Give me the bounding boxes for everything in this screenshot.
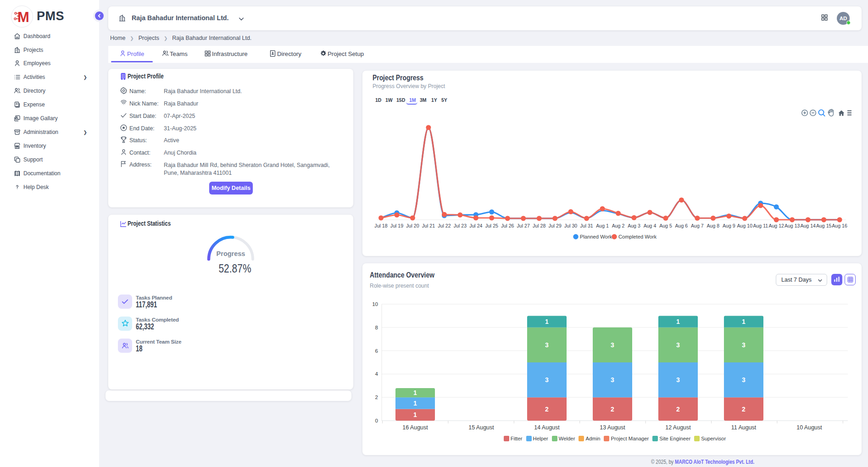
svg-text:Aug 11: Aug 11 [753,223,768,228]
svg-text:Jul 22: Jul 22 [438,223,451,228]
svg-text:Aug 6: Aug 6 [675,223,688,228]
svg-text:Jul 27: Jul 27 [517,223,530,228]
svg-text:Aug 9: Aug 9 [723,223,735,228]
svg-text:2: 2 [375,395,378,400]
svg-text:1: 1 [545,318,549,325]
svg-text:Aug 1: Aug 1 [596,223,609,228]
svg-text:Jul 20: Jul 20 [406,223,419,228]
svg-text:Aug 16: Aug 16 [832,223,847,228]
svg-text:Aug 7: Aug 7 [691,223,704,228]
svg-text:3: 3 [676,341,680,349]
svg-text:3: 3 [742,341,746,349]
svg-text:M: M [17,9,29,25]
svg-text:Aug 10: Aug 10 [737,223,753,228]
svg-text:Jul 31: Jul 31 [580,223,593,228]
svg-text:10 August: 10 August [796,424,822,431]
svg-text:1: 1 [676,318,680,325]
svg-text:Aug 13: Aug 13 [785,223,800,228]
svg-text:Aug 3: Aug 3 [628,223,640,228]
svg-text:2: 2 [742,406,746,413]
svg-text:6: 6 [375,348,378,354]
svg-text:Jul 19: Jul 19 [390,223,403,228]
svg-text:Aug 14: Aug 14 [800,223,816,228]
svg-text:2: 2 [545,406,549,413]
svg-text:3: 3 [545,376,549,384]
svg-text:0: 0 [375,418,378,423]
svg-text:1: 1 [742,318,746,325]
svg-text:Aug 12: Aug 12 [768,223,784,228]
svg-text:Jul 21: Jul 21 [422,223,435,228]
svg-text:2: 2 [676,406,680,413]
svg-text:10: 10 [372,301,378,307]
svg-text:11 August: 11 August [731,424,757,431]
svg-text:Aug 5: Aug 5 [659,223,672,228]
svg-text:4: 4 [375,371,378,377]
svg-text:3: 3 [676,376,680,384]
svg-text:1: 1 [413,411,417,418]
svg-text:14 August: 14 August [534,424,560,431]
svg-text:Jul 24: Jul 24 [469,223,482,228]
svg-text:1: 1 [413,389,417,396]
svg-text:Jul 26: Jul 26 [501,223,514,228]
svg-text:3: 3 [742,376,746,384]
svg-text:8: 8 [375,325,378,330]
svg-text:3: 3 [611,341,614,349]
svg-text:Aug 4: Aug 4 [644,223,657,228]
svg-text:16 August: 16 August [402,424,428,431]
svg-text:Planned Work: Planned Work [580,234,612,239]
svg-text:2: 2 [611,406,614,413]
svg-text:15 August: 15 August [468,424,494,431]
svg-text:Aug 8: Aug 8 [707,223,720,228]
svg-text:1: 1 [413,400,417,407]
svg-text:3: 3 [611,376,614,384]
svg-text:3: 3 [545,341,549,349]
svg-text:Jul 25: Jul 25 [485,223,498,228]
svg-text:Jul 23: Jul 23 [454,223,467,228]
svg-text:12 August: 12 August [665,424,691,431]
svg-text:Jul 18: Jul 18 [374,223,387,228]
svg-text:Completed Work: Completed Work [618,234,657,239]
svg-text:Jul 29: Jul 29 [549,223,562,228]
svg-text:Jul 28: Jul 28 [533,223,545,228]
svg-text:Aug 15: Aug 15 [816,223,832,228]
svg-text:Aug 2: Aug 2 [612,223,625,228]
svg-text:13 August: 13 August [600,424,625,431]
svg-text:Jul 30: Jul 30 [564,223,577,228]
